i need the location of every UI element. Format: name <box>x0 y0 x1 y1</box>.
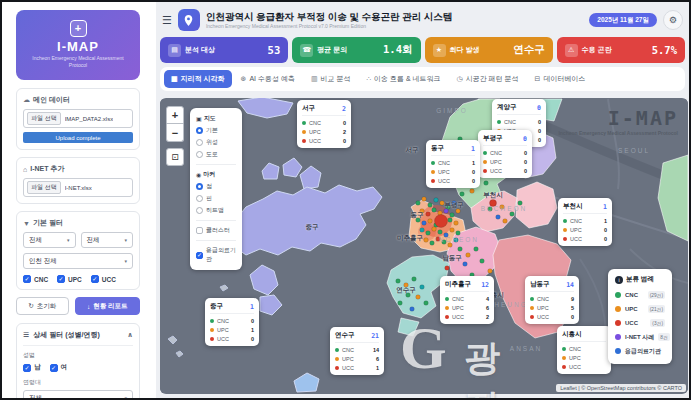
checkbox-item[interactable]: CNC <box>23 275 48 283</box>
category-dot-icon <box>562 365 566 369</box>
region-select[interactable]: 인천 전체▾ <box>23 253 133 269</box>
category-dot-icon <box>615 292 621 298</box>
district-label: 연수구 <box>396 286 416 295</box>
emergency-facility-checkbox[interactable]: 응급의료기관 <box>196 246 236 264</box>
main-data-file-select-button[interactable]: 파일 선택 <box>27 112 61 125</box>
detail-filter-header[interactable]: ☰ 상세 필터 (성별/연령) ∧ <box>23 330 133 346</box>
inet-file-select-button[interactable]: 파일 선택 <box>27 181 61 194</box>
sidebar: + I-MAP Incheon Emergency Medical Assess… <box>2 2 154 398</box>
category-dot-icon <box>445 297 449 301</box>
category-dot-icon <box>563 237 567 241</box>
legend-row: I-NET 사례 8건 <box>615 330 665 344</box>
age-select[interactable]: 전체▾ <box>23 390 133 398</box>
stat-icon: ⚠ <box>565 44 578 57</box>
stat-value: 5.7% <box>652 44 677 56</box>
stat-icon: ▤ <box>168 44 181 57</box>
zoom-out-button[interactable]: − <box>166 124 184 142</box>
category-dot-icon <box>210 328 214 332</box>
upload-status: Upload complete <box>23 132 133 143</box>
category-dot-icon <box>530 297 534 301</box>
refresh-icon: ↻ <box>28 302 33 310</box>
category-dot-icon <box>615 348 621 354</box>
category-dot-icon <box>615 334 621 340</box>
category-dot-icon <box>335 348 339 352</box>
popup-stat-row: UCC 0 <box>431 176 475 185</box>
stat-label: 수용 곤란 <box>582 45 612 55</box>
report-button[interactable]: ↓ 현황 리포트 <box>75 297 140 315</box>
tab-spatiotemporal[interactable]: ◷ 시공간 패턴 분석 <box>450 70 526 88</box>
district-label: 부평구 <box>444 201 464 210</box>
district-label: 서구 <box>406 146 419 155</box>
map-pin-logo-icon <box>178 9 200 31</box>
layers-icon: ▣ <box>196 115 202 122</box>
category-dot-icon <box>445 315 449 319</box>
popup-total-count: 2 <box>342 105 346 113</box>
checkbox-item[interactable]: 남 <box>23 363 41 372</box>
radio-item[interactable]: 기본 <box>196 126 236 135</box>
tab-icon: ∴ <box>367 75 371 83</box>
popup-stat-row: CNC 1 <box>563 216 607 225</box>
district-label: 부천시 <box>483 191 503 200</box>
category-dot-icon <box>431 161 435 165</box>
checkbox-item[interactable]: UCC <box>91 275 116 283</box>
district-popup: 부천시 1 CNC 1 UPC 0 UCC 0 <box>558 198 612 246</box>
checkbox-item[interactable]: 여 <box>50 363 68 372</box>
app-logo: + I-MAP Incheon Emergency Medical Assess… <box>16 10 140 80</box>
tab-database[interactable]: ⊟ 데이터베이스 <box>528 70 593 88</box>
popup-district-name: 연수구 <box>335 331 355 340</box>
map-canvas[interactable]: + − ⊡ ▣ 지도 기본위성도로 ◉ 마커 점핀히트맵 클러스터 응급의료기관 <box>160 98 688 394</box>
info-icon: i <box>615 276 623 284</box>
category-dot-icon <box>335 366 339 370</box>
reset-button[interactable]: ↻ 초기화 <box>16 297 69 315</box>
radio-item[interactable]: 히트맵 <box>196 206 236 215</box>
popup-total-count: 0 <box>523 135 527 143</box>
radio-item[interactable]: 핀 <box>196 194 236 203</box>
stat-card: ⚠ 수용 곤란 5.7% <box>557 37 685 63</box>
popup-stat-row: UCC 1 <box>335 363 379 372</box>
district-popup: 중구 1 CNC 0 UPC 1 UCC 0 <box>205 298 259 346</box>
radio-item[interactable]: 위성 <box>196 138 236 147</box>
popup-stat-row: UPC 6 <box>335 354 379 363</box>
tab-network[interactable]: ∴ 이송 흐름 & 네트워크 <box>360 70 448 88</box>
category-dot-icon <box>431 179 435 183</box>
checkbox-item[interactable]: UPC <box>57 275 82 283</box>
popup-total-count: 1 <box>250 303 254 311</box>
stat-value: 53 <box>268 44 281 56</box>
basic-filter-panel: ▼ 기본 필터 전체▾ 전체▾ 인천 전체▾ CNCUPCUCC <box>16 211 140 290</box>
cluster-checkbox[interactable]: 클러스터 <box>196 226 236 235</box>
zoom-in-button[interactable]: + <box>166 106 184 124</box>
popup-stat-row: UPC 1 <box>210 325 254 334</box>
popup-total-count: 14 <box>566 281 574 289</box>
filter-select-2[interactable]: 전체▾ <box>81 232 134 248</box>
map-attribution[interactable]: Leaflet | © OpenStreetMap contributors ©… <box>556 384 686 392</box>
popup-stat-row: UPC 0 <box>563 225 607 234</box>
chevron-down-icon: ▾ <box>124 395 127 398</box>
gender-label: 성별 <box>23 351 133 360</box>
filter-select-1[interactable]: 전체▾ <box>23 232 76 248</box>
tab-compare[interactable]: ▥ 비교 분석 <box>304 70 358 88</box>
popup-stat-row: UPC 2 <box>302 127 346 136</box>
radio-item[interactable]: 도로 <box>196 150 236 159</box>
district-popup: 남동구 14 CNC 9 UPC 5 UCC 0 <box>525 276 579 324</box>
popup-district-name: 중구 <box>210 302 223 311</box>
popup-stat-row: CNC 9 <box>530 294 574 303</box>
popup-district-name: 계양구 <box>497 103 517 112</box>
radio-item[interactable]: 점 <box>196 182 236 191</box>
main-data-file-name: IMAP_DATA2.xlsx <box>65 116 113 122</box>
inet-file-name: I-NET.xlsx <box>65 185 92 191</box>
district-popup: 미추홀구 12 CNC 4 UPC 6 UCC 2 <box>440 276 494 324</box>
city-label: GIMPO <box>436 107 468 114</box>
legend-title: 분류 범례 <box>626 275 654 284</box>
sliders-icon: ☰ <box>23 331 29 339</box>
tab-icon: ▦ <box>171 75 178 83</box>
type-checkbox-group: CNCUPCUCC <box>23 275 133 283</box>
tab-geo[interactable]: ▦ 지리적 시각화 <box>164 70 232 88</box>
fullscreen-button[interactable]: ⊡ <box>166 148 184 166</box>
district-popup: 서구 2 CNC 0 UPC 2 UCC 0 <box>297 100 351 148</box>
settings-button[interactable]: ⚙ <box>663 10 683 30</box>
tab-ai[interactable]: ⊛ AI 수용성 예측 <box>234 70 302 88</box>
city-label: BUCHEON <box>481 205 528 212</box>
menu-icon[interactable]: ☰ <box>162 14 172 27</box>
popup-district-name: 시흥시 <box>562 330 582 339</box>
district-label: 동구 <box>411 211 424 220</box>
